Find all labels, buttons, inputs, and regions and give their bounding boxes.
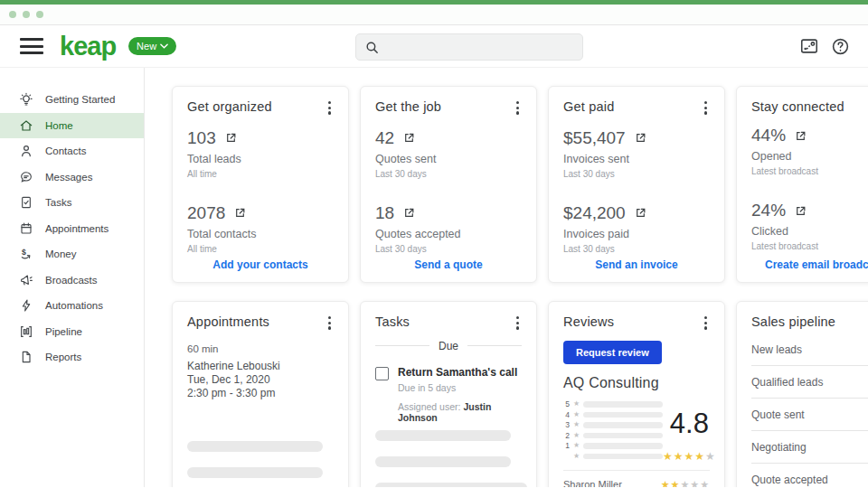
home-icon	[19, 118, 33, 133]
review-list-item[interactable]: Sharon Miller ★★★★★	[563, 479, 710, 487]
rating-summary: 5★ 4★ 3★ 2★ 1★ ★ 4.8 ★★★★★	[563, 399, 710, 463]
external-link-icon[interactable]	[403, 207, 415, 219]
stat-period: All time	[187, 169, 334, 179]
stat-value: 44%	[751, 126, 786, 145]
appointment-date: Tue, Dec 1, 2020	[187, 373, 334, 387]
stat-value: 2078	[187, 203, 225, 223]
sidebar-item-getting-started[interactable]: Getting Started	[0, 87, 144, 113]
pipeline-stage-new-leads[interactable]: New leads	[751, 333, 868, 366]
external-link-icon[interactable]	[795, 205, 807, 217]
kebab-menu-icon[interactable]	[514, 99, 522, 117]
sidebar-item-label: Appointments	[45, 223, 108, 234]
stat-value: 18	[375, 203, 394, 223]
sidebar-item-label: Contacts	[45, 145, 86, 156]
kebab-menu-icon[interactable]	[702, 99, 710, 117]
stat-value: 42	[375, 128, 394, 148]
appointment-details[interactable]: Katherine Lebouski Tue, Dec 1, 2020 2:30…	[187, 360, 334, 400]
external-link-icon[interactable]	[635, 132, 646, 144]
new-badge[interactable]: New	[128, 37, 176, 55]
task-checkbox[interactable]	[375, 367, 389, 380]
card-sales-pipeline: Sales pipeline New leads Qualified leads…	[736, 301, 868, 487]
star-icon: ★	[573, 411, 580, 418]
stat-value: $24,200	[563, 203, 626, 223]
stat-label: Clicked	[751, 225, 868, 238]
appointment-time: 2:30 pm - 3:30 pm	[187, 387, 334, 400]
external-link-icon[interactable]	[234, 207, 246, 219]
window-control-dot[interactable]	[23, 11, 30, 18]
external-link-icon[interactable]	[795, 130, 807, 142]
pipeline-stage-qualified-leads[interactable]: Qualified leads	[751, 366, 868, 399]
search-bar[interactable]	[355, 33, 583, 61]
sidebar: Getting Started Home Contacts Messages T…	[0, 68, 145, 487]
kebab-menu-icon[interactable]	[326, 99, 334, 117]
external-link-icon[interactable]	[403, 132, 415, 144]
window-control-dot[interactable]	[9, 11, 16, 18]
stat-total-contacts: 2078 Total contacts All time	[187, 203, 334, 254]
new-badge-label: New	[137, 41, 156, 52]
menu-icon[interactable]	[20, 38, 43, 54]
sidebar-item-label: Money	[45, 249, 77, 259]
sidebar-item-money[interactable]: $ Money	[0, 241, 144, 267]
search-input[interactable]	[387, 41, 574, 54]
sidebar-item-pipeline[interactable]: Pipeline	[0, 319, 144, 345]
send-quote-link[interactable]: Send a quote	[361, 258, 536, 271]
skeleton-bar	[375, 456, 511, 467]
stat-value: $55,407	[563, 128, 626, 148]
stat-label: Total contacts	[187, 228, 334, 240]
pipeline-stage-negotiating[interactable]: Negotiating	[751, 431, 868, 464]
window-control-dot[interactable]	[36, 11, 43, 18]
lightning-icon	[19, 298, 33, 313]
sidebar-item-label: Home	[45, 120, 73, 131]
sidebar-item-reports[interactable]: Reports	[0, 344, 144, 371]
appointment-duration: 60 min	[187, 343, 334, 354]
keap-dashboard: keap New Getting	[0, 0, 868, 488]
card-title: Tasks	[375, 314, 410, 329]
average-rating: 4.8	[670, 408, 709, 440]
stat-period: Latest broadcast	[751, 241, 868, 251]
sidebar-item-tasks[interactable]: Tasks	[0, 190, 144, 216]
stat-quotes-sent: 42 Quotes sent Last 30 days	[375, 128, 522, 179]
stat-label: Total leads	[187, 153, 334, 165]
kebab-menu-icon[interactable]	[702, 314, 710, 332]
task-name[interactable]: Return Samantha's call	[398, 366, 522, 379]
create-broadcast-link[interactable]: Create email broadcast	[737, 258, 868, 271]
card-title: Sales pipeline	[751, 314, 835, 329]
request-review-button[interactable]: Request review	[563, 341, 662, 364]
add-contacts-link[interactable]: Add your contacts	[173, 258, 348, 271]
browser-chrome	[0, 5, 868, 25]
stat-quotes-accepted: 18 Quotes accepted Last 30 days	[375, 203, 522, 254]
external-link-icon[interactable]	[635, 207, 646, 219]
strategy-icon[interactable]	[799, 36, 819, 56]
pipeline-stage-quote-sent[interactable]: Quote sent	[751, 399, 868, 431]
loading-placeholders	[187, 441, 321, 487]
stat-invoices-paid: $24,200 Invoices paid Last 30 days	[563, 203, 710, 254]
star-icon: ★	[573, 432, 580, 439]
help-icon[interactable]	[831, 37, 850, 56]
sidebar-item-home[interactable]: Home	[0, 113, 144, 139]
sidebar-item-contacts[interactable]: Contacts	[0, 138, 144, 164]
kebab-menu-icon[interactable]	[514, 314, 522, 332]
app-header: keap New	[0, 25, 868, 68]
sidebar-item-messages[interactable]: Messages	[0, 164, 144, 191]
report-doc-icon	[19, 350, 33, 364]
sidebar-item-label: Tasks	[45, 197, 71, 208]
kebab-menu-icon[interactable]	[326, 314, 334, 332]
sidebar-item-label: Pipeline	[45, 326, 82, 337]
sidebar-item-broadcasts[interactable]: Broadcasts	[0, 267, 144, 294]
pipeline-stage-quote-accepted[interactable]: Quote accepted	[751, 464, 868, 487]
task-assigned-user: Assigned user: Justin Johnson	[398, 401, 522, 423]
external-link-icon[interactable]	[225, 132, 237, 144]
send-invoice-link[interactable]: Send an invoice	[549, 258, 724, 271]
task-due-date: Due in 5 days	[398, 382, 522, 393]
keap-logo: keap	[60, 33, 116, 60]
card-appointments: Appointments 60 min Katherine Lebouski T…	[172, 301, 349, 487]
reviewer-name: Sharon Miller	[563, 479, 622, 487]
card-tasks: Tasks Due Return Samantha's call Due in …	[360, 301, 537, 487]
sidebar-item-label: Getting Started	[45, 94, 115, 105]
stat-label: Quotes sent	[375, 153, 522, 165]
stat-value: 103	[187, 128, 216, 148]
dashboard-main: Get organized 103 Total leads All time	[145, 68, 868, 487]
sidebar-item-automations[interactable]: Automations	[0, 293, 144, 319]
sidebar-item-appointments[interactable]: Appointments	[0, 216, 144, 242]
stat-label: Opened	[751, 150, 868, 163]
